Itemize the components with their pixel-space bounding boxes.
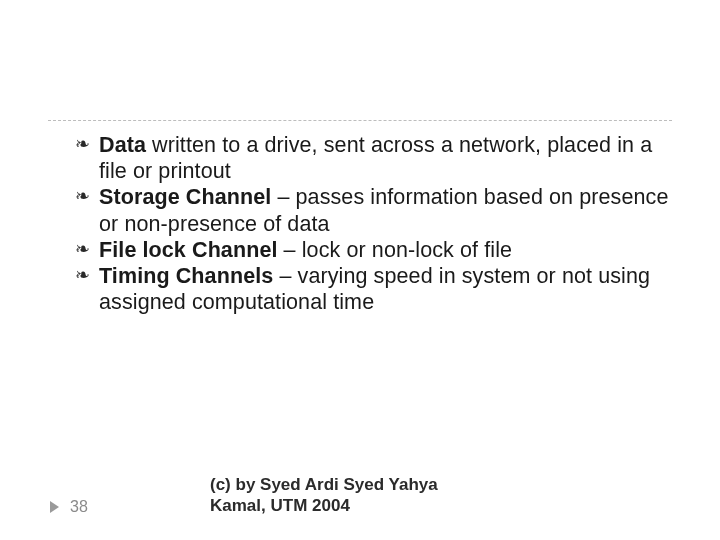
bullet-text: Data written to a drive, sent across a n… [99, 133, 652, 183]
bullet-lead: Data [99, 133, 146, 157]
bullet-icon: ❧ [75, 240, 90, 258]
page-arrow-icon [48, 500, 60, 514]
page-number: 38 [70, 498, 88, 516]
body-text-block: ❧ Data written to a drive, sent across a… [75, 132, 675, 316]
bullet-item: ❧ Data written to a drive, sent across a… [75, 132, 675, 184]
svg-marker-0 [50, 501, 59, 513]
bullet-lead: Timing Channels [99, 264, 273, 288]
bullet-lead: Storage Channel [99, 185, 271, 209]
bullet-item: ❧ Storage Channel – passes information b… [75, 184, 675, 236]
copyright: (c) by Syed Ardi Syed Yahya Kamal, UTM 2… [210, 474, 510, 517]
bullet-text: Storage Channel – passes information bas… [99, 185, 668, 235]
footer: 38 (c) by Syed Ardi Syed Yahya Kamal, UT… [48, 498, 672, 516]
bullet-rest: written to a drive, sent across a networ… [99, 133, 652, 183]
bullet-item: ❧ File lock Channel – lock or non-lock o… [75, 237, 675, 263]
bullet-icon: ❧ [75, 135, 90, 153]
bullet-lead: File lock Channel [99, 238, 278, 262]
bullet-text: File lock Channel – lock or non-lock of … [99, 238, 512, 262]
bullet-icon: ❧ [75, 187, 90, 205]
copyright-line-1: (c) by Syed Ardi Syed Yahya [210, 474, 510, 495]
slide: ❧ Data written to a drive, sent across a… [0, 0, 720, 540]
bullet-rest: – lock or non-lock of file [278, 238, 513, 262]
bullet-item: ❧ Timing Channels – varying speed in sys… [75, 263, 675, 315]
bullet-icon: ❧ [75, 266, 90, 284]
copyright-line-2: Kamal, UTM 2004 [210, 495, 510, 516]
header-divider [48, 120, 672, 121]
bullet-text: Timing Channels – varying speed in syste… [99, 264, 650, 314]
